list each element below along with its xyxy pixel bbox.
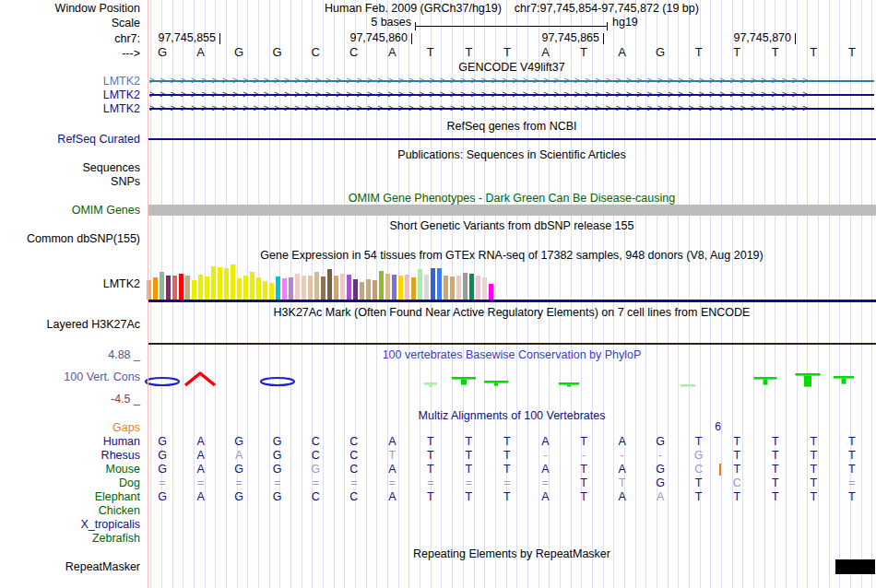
gtex-tissue-bar[interactable] [153,277,158,300]
publications-track-title: Publications: Sequences in Scientific Ar… [148,148,876,161]
species-label-rhesus[interactable]: Rhesus [0,449,140,462]
gtex-tissue-bar[interactable] [347,275,351,300]
gtex-tissue-bar[interactable] [185,276,190,300]
gtex-tissue-bar[interactable] [321,276,326,300]
gtex-tissue-bar[interactable] [263,281,267,300]
alignment-base: A [377,435,407,448]
gtex-tissue-bar[interactable] [160,272,164,300]
gtex-tissue-bar[interactable] [456,276,461,300]
assembly-name: Human Feb. 2009 (GRCh37/hg19) [325,2,502,15]
gtex-tissue-bar[interactable] [179,274,183,300]
gtex-tissue-bar[interactable] [243,276,248,300]
multiz-track-title: Multiz Alignments of 100 Vertebrates [148,409,876,422]
gtex-tissue-bar[interactable] [379,271,384,300]
alignment-base: T [569,435,598,448]
gtex-tissue-bar[interactable] [444,276,448,300]
gtex-tissue-bar[interactable] [269,283,274,300]
gtex-tissue-bar[interactable] [172,276,177,300]
gtex-gene-label[interactable]: LMTK2 [0,277,140,290]
species-label-mouse[interactable]: Mouse [0,463,140,476]
gtex-tissue-bar[interactable] [482,277,487,300]
alignment-base: G [263,463,292,476]
gtex-tissue-bar[interactable] [476,276,480,300]
gtex-tissue-bar[interactable] [231,265,235,300]
alignment-base: T [684,490,714,503]
gtex-tissue-bar[interactable] [308,276,313,300]
gtex-tissue-bar[interactable] [431,268,435,300]
gtex-tissue-bar[interactable] [360,282,364,300]
repeatmasker-element-box[interactable] [835,559,875,574]
sequence-base: T [416,46,445,59]
alignment-base: C [301,449,330,462]
gtex-tissue-bar[interactable] [327,269,332,300]
transcript-arrow-line[interactable]: >>>>>>>>>>>>>>>>>>>>>>>>>>>>>>>>>>>>>>>>… [149,75,874,88]
gtex-tissue-bar[interactable] [166,276,171,300]
conservation-label[interactable]: 100 Vert. Cons [0,370,140,383]
gtex-tissue-bar[interactable] [424,275,429,300]
ruler-position-number: 97,745,870 [682,32,791,44]
gtex-tissue-bar[interactable] [334,276,338,300]
gtex-tissue-bar[interactable] [256,277,261,300]
gencode-transcript-label[interactable]: LMTK2 [0,102,140,115]
species-label-chicken[interactable]: Chicken [0,504,140,517]
gtex-tissue-bar[interactable] [418,269,422,300]
gtex-tissue-bar[interactable] [198,275,203,300]
species-label-dog[interactable]: Dog [0,476,140,489]
gtex-tissue-bar[interactable] [411,277,416,300]
snps-label[interactable]: SNPs [0,175,140,188]
gtex-tissue-bar[interactable] [289,277,293,300]
dbsnp-label[interactable]: Common dbSNP(155) [0,232,140,245]
gtex-tissue-bar[interactable] [302,276,306,300]
gtex-tissue-bar[interactable] [211,266,216,300]
refseq-gene-line[interactable] [148,138,876,140]
gtex-tissue-bar[interactable] [463,273,468,300]
gtex-tissue-bar[interactable] [250,272,255,300]
gtex-tissue-bar[interactable] [353,279,358,300]
gtex-tissue-bar[interactable] [192,280,196,300]
sequence-base: T [799,46,828,59]
omim-gene-bar[interactable] [148,205,876,216]
alignment-base: G [224,490,254,503]
gtex-tissue-bar[interactable] [385,274,390,300]
alignment-insert-tick [719,464,721,476]
gtex-tissue-bar[interactable] [366,279,371,300]
gtex-tissue-bar[interactable] [398,276,403,300]
species-label-zebrafish[interactable]: Zebrafish [0,532,140,545]
alignment-base: A [186,449,216,462]
species-label-x_tropicalis[interactable]: X_tropicalis [0,518,140,531]
gtex-tissue-bar[interactable] [340,274,345,300]
multiz-gaps-label[interactable]: Gaps [0,421,140,434]
gtex-tissue-bar[interactable] [276,276,280,300]
gtex-tissue-bar[interactable] [224,268,229,300]
gtex-tissue-bar[interactable] [314,272,319,300]
alignment-base: G [224,435,254,448]
gtex-tissue-bar[interactable] [218,267,222,300]
species-label-human[interactable]: Human [0,435,140,448]
h3k27ac-label[interactable]: Layered H3K27Ac [0,318,140,331]
species-label-elephant[interactable]: Elephant [0,490,140,503]
gtex-tissue-bar[interactable] [205,276,209,300]
alignment-base: T [761,435,790,448]
alignment-base: = [492,476,522,489]
strand-arrowheads: >>>>>>>>>>>>>>>>>>>>>>>>>>>>>>>>>>>>>>>>… [149,102,874,114]
gtex-tissue-bar[interactable] [469,274,474,300]
position-range: chr7:97,745,854-97,745,872 (19 bp) [515,2,699,15]
transcript-arrow-line[interactable]: >>>>>>>>>>>>>>>>>>>>>>>>>>>>>>>>>>>>>>>>… [149,88,874,101]
refseq-curated-label[interactable]: RefSeq Curated [0,133,140,146]
gtex-tissue-bar[interactable] [237,278,242,300]
gtex-tissue-bar[interactable] [373,280,377,300]
gtex-tissue-bar[interactable] [489,284,493,300]
gtex-tissue-bar[interactable] [437,268,442,300]
gencode-transcript-label[interactable]: LMTK2 [0,88,140,101]
gtex-tissue-bar[interactable] [392,275,397,300]
gtex-tissue-bar[interactable] [405,275,409,300]
alignment-base: A [645,490,675,503]
gtex-tissue-bar[interactable] [295,274,300,300]
gencode-transcript-label[interactable]: LMTK2 [0,75,140,88]
repeatmasker-label[interactable]: RepeatMasker [0,560,140,573]
sequences-label[interactable]: Sequences [0,161,140,174]
omim-genes-label[interactable]: OMIM Genes [0,204,140,217]
transcript-arrow-line[interactable]: >>>>>>>>>>>>>>>>>>>>>>>>>>>>>>>>>>>>>>>>… [149,102,874,115]
gtex-tissue-bar[interactable] [450,276,455,300]
gtex-tissue-bar[interactable] [282,278,287,300]
